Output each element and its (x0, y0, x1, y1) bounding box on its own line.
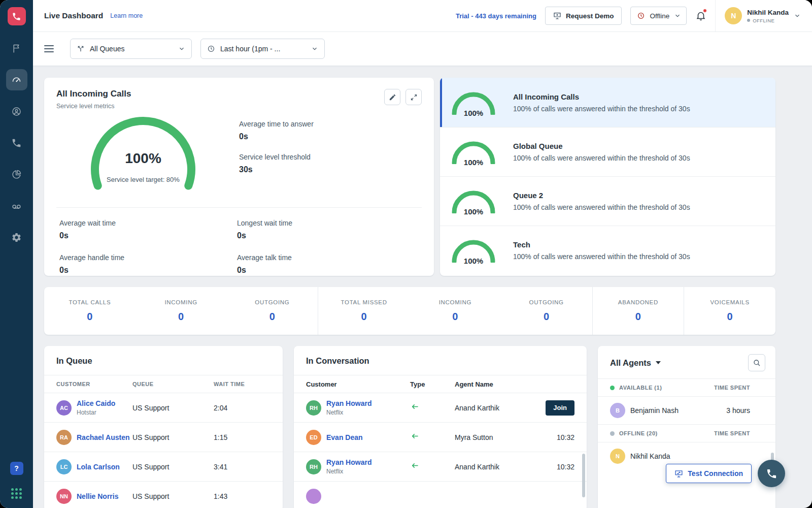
customer-name-link[interactable]: Nellie Norris (77, 492, 118, 500)
edit-button[interactable] (384, 89, 400, 105)
table-row[interactable]: NN Nellie Norris US Support 1:43 (44, 482, 283, 508)
queue-row-global-queue[interactable]: 100% Global Queue 100% of calls were ans… (440, 127, 775, 176)
join-button[interactable]: Join (546, 400, 574, 416)
customer-name-link[interactable]: Alice Caido (77, 399, 115, 407)
call-type-cell (410, 431, 455, 443)
service-level-card: All Incoming Calls Service level metrics (44, 78, 434, 276)
gear-icon (11, 232, 22, 243)
queue-row-all-incoming[interactable]: 100% All Incoming Calls 100% of calls we… (440, 78, 775, 127)
stat-missed-outgoing: OUTGOING0 (501, 287, 592, 335)
table-row[interactable] (294, 482, 587, 508)
dashboard-gauge-icon (11, 75, 22, 85)
agent-name: Benjamin Nash (630, 406, 679, 415)
menu-toggle-button[interactable] (44, 40, 61, 57)
customer-name-link[interactable]: Rachael Austen (77, 433, 130, 441)
customer-name-link[interactable]: Evan Dean (326, 433, 363, 441)
table-header: CUSTOMER QUEUE WAIT TIME (44, 375, 283, 393)
queue-desc: 100% of calls were answered within the t… (513, 203, 690, 211)
table-row[interactable]: RH Ryan Howard Netflix Anand Karthik Joi… (294, 393, 587, 423)
learn-more-link[interactable]: Learn more (110, 12, 143, 19)
search-icon (753, 359, 761, 367)
sidebar-item-reports[interactable] (6, 164, 27, 185)
agents-section-available: AVAILABLE (1) TIME SPENT (598, 378, 775, 397)
metric: Average talk time 0s (237, 253, 422, 275)
table-row[interactable]: LC Lola Carlson US Support 3:41 (44, 452, 283, 482)
sidebar-item-contacts[interactable] (6, 101, 27, 122)
user-menu[interactable]: N Nikhil Kanda OFFLINE (715, 0, 804, 32)
filter-bar: All Queues Last hour (1pm - ... (33, 32, 812, 66)
sidebar-nav (6, 38, 27, 248)
sidebar-bottom: ? (10, 462, 23, 499)
page-title: Live Dashboard (44, 11, 103, 20)
app-logo[interactable] (8, 7, 26, 25)
customer-name-link[interactable]: Lola Carlson (77, 463, 120, 471)
queue-name: Tech (513, 240, 690, 249)
green-left-arrow-icon (410, 402, 420, 411)
table-row[interactable]: RH Ryan Howard Netflix Anand Karthik 10:… (294, 452, 587, 482)
mini-gauge: 100% (451, 90, 496, 115)
caret-down-icon (656, 361, 661, 364)
dialer-fab-button[interactable] (758, 460, 785, 487)
card-title: All Incoming Calls (56, 89, 131, 99)
time-filter-dropdown[interactable]: Last hour (1pm - ... (200, 39, 325, 59)
queue-row-tech[interactable]: 100% Tech 100% of calls were answered wi… (440, 226, 775, 275)
queue-row-queue-2[interactable]: 100% Queue 2 100% of calls were answered… (440, 176, 775, 226)
all-agents-panel: All Agents AVAILABLE (1) TIME SPENT (598, 346, 775, 508)
test-connection-label: Test Connection (688, 469, 743, 478)
table-row[interactable]: ED Evan Dean Myra Sutton 10:32 (294, 423, 587, 452)
presence-label: Offline (650, 12, 669, 20)
test-connection-button[interactable]: Test Connection (666, 464, 752, 483)
request-demo-button[interactable]: Request Demo (545, 7, 622, 25)
mini-gauge: 100% (451, 189, 496, 213)
apps-grid-icon[interactable] (11, 488, 22, 499)
help-button[interactable]: ? (10, 462, 23, 475)
sidebar-item-live-dashboard[interactable] (6, 69, 27, 90)
queue-name: All Incoming Calls (513, 92, 690, 101)
sidebar-item-settings[interactable] (6, 227, 27, 248)
request-demo-label: Request Demo (566, 12, 614, 20)
agents-filter-dropdown[interactable]: All Agents (610, 358, 661, 368)
trial-banner: Trial - 443 days remaining (456, 12, 536, 20)
customer-name-link[interactable]: Ryan Howard (326, 399, 371, 407)
user-name: Nikhil Kanda (747, 9, 789, 16)
agents-section-offline: OFFLINE (20) TIME SPENT (598, 424, 775, 442)
avatar: N (610, 449, 625, 464)
metric: Average time to answer 0s (239, 120, 314, 141)
table-row[interactable]: RA Rachael Austen US Support 1:15 (44, 423, 283, 452)
call-type-cell (410, 461, 455, 472)
queue-cell: US Support (132, 492, 214, 500)
phone-calls-icon (11, 138, 22, 148)
queue-desc: 100% of calls were answered within the t… (513, 154, 690, 162)
queue-name: Queue 2 (513, 191, 690, 200)
sidebar-item-flags[interactable] (6, 38, 27, 59)
call-stats-strip: TOTAL CALLS0 INCOMING0 OUTGOING0 TOTAL M… (44, 287, 775, 335)
table-row[interactable]: AC Alice Caido Hotstar US Support 2:04 (44, 393, 283, 423)
expand-button[interactable] (405, 89, 422, 105)
presence-dropdown[interactable]: Offline (630, 7, 687, 25)
clock-icon (207, 45, 215, 53)
dashboard-content: All Incoming Calls Service level metrics (33, 66, 812, 508)
agent-name: Myra Sutton (455, 433, 541, 441)
agents-search-button[interactable] (748, 354, 765, 371)
customer-name-link[interactable]: Ryan Howard (326, 458, 371, 466)
customer-company: Hotstar (77, 409, 115, 416)
queue-filter-dropdown[interactable]: All Queues (70, 39, 192, 59)
stat-incoming: INCOMING0 (136, 287, 227, 335)
queue-filter-value: All Queues (90, 45, 124, 53)
sidebar-item-voicemail[interactable] (6, 195, 27, 216)
mini-gauge: 100% (451, 140, 496, 164)
avatar (306, 489, 321, 504)
metric: Average wait time 0s (59, 219, 237, 240)
sidebar-item-calls[interactable] (6, 132, 27, 153)
wait-time: 1:15 (214, 433, 270, 441)
agent-name: Anand Karthik (455, 463, 541, 471)
call-split-icon (77, 45, 85, 53)
agent-row[interactable]: B Benjamin Nash 3 hours (598, 397, 775, 424)
notifications-button[interactable] (695, 10, 706, 21)
call-type-cell (410, 402, 455, 414)
connection-test-icon (674, 469, 683, 478)
avatar: RA (56, 430, 72, 445)
status-dot (610, 431, 615, 436)
scrollbar[interactable] (582, 454, 585, 497)
in-conversation-panel: In Conversation Customer Type Agent Name… (294, 346, 587, 508)
